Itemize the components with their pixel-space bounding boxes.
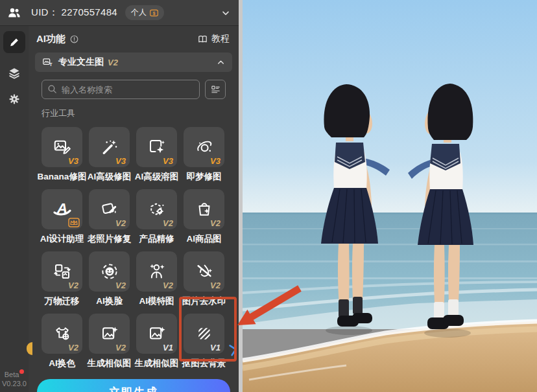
tool-label: AI商品图 bbox=[176, 233, 232, 245]
group-label: 行业工具 bbox=[42, 108, 239, 119]
version-badge: V3 bbox=[68, 156, 78, 166]
tool-generate-similar-v2[interactable]: V2 生成相似图 bbox=[89, 314, 130, 369]
tool-cutout-remove-background[interactable]: V1 抠图去背景 bbox=[184, 314, 224, 369]
tool-jimeng-retouch[interactable]: V3 即梦修图 bbox=[184, 127, 224, 183]
account-type-badge[interactable]: 个人 $ bbox=[125, 5, 164, 20]
mode-selector-version: V2 bbox=[108, 58, 118, 67]
recolor-shirt-icon bbox=[53, 324, 72, 343]
mode-selector-label: 专业文生图 bbox=[58, 56, 104, 68]
tool-product-refine[interactable]: V2 产品精修 bbox=[136, 189, 177, 245]
tool-old-photo-restore[interactable]: V2 老照片修复 bbox=[89, 189, 130, 245]
shopping-bag-icon bbox=[195, 200, 214, 219]
version-badge: V2 bbox=[210, 281, 221, 290]
pencil-icon bbox=[8, 36, 21, 49]
tools-grid: V3 Banana修图 V3 AI高级修图 bbox=[42, 127, 239, 369]
version-badge: V2 bbox=[115, 218, 126, 228]
version-label: V0.23.0 bbox=[0, 379, 29, 388]
layers-button[interactable] bbox=[3, 62, 25, 84]
version-badge: V2 bbox=[115, 281, 126, 290]
layers-icon bbox=[7, 66, 21, 80]
text-to-image-icon: T bbox=[42, 56, 54, 69]
tool-label: 即梦修图 bbox=[176, 171, 232, 183]
tool-ai-design-assistant[interactable]: A $ AI设计助理 bbox=[42, 189, 82, 245]
chevron-up-icon bbox=[216, 58, 226, 67]
tutorial-button[interactable]: 教程 bbox=[197, 33, 230, 45]
beta-dot bbox=[19, 369, 24, 374]
generate-button[interactable]: 立即生成 bbox=[37, 379, 230, 392]
peek-yellow-icon bbox=[27, 342, 32, 355]
vip-crown-icon: $ bbox=[150, 9, 158, 17]
version-badge: V1 bbox=[163, 343, 173, 352]
topbar: UID： 2270557484 个人 $ bbox=[0, 0, 239, 26]
dream-planet-icon bbox=[195, 137, 214, 157]
tool-generate-similar-v1[interactable]: V1 生成相似图 bbox=[136, 314, 177, 369]
search-input[interactable] bbox=[42, 80, 200, 99]
tool-banana-retouch[interactable]: V3 Banana修图 bbox=[42, 127, 82, 183]
list-view-icon bbox=[210, 84, 221, 95]
tool-ai-product-image[interactable]: V2 AI商品图 bbox=[184, 189, 224, 245]
tool-ai-face-swap[interactable]: V2 AI换脸 bbox=[89, 251, 130, 307]
version-badge: V1 bbox=[210, 343, 221, 352]
panel-header: AI功能 教程 bbox=[36, 32, 230, 46]
app-window: UID： 2270557484 个人 $ bbox=[0, 0, 537, 392]
similar-image-icon bbox=[147, 324, 167, 343]
version-badge: V2 bbox=[163, 281, 173, 290]
search-row bbox=[42, 80, 226, 99]
tutorial-label: 教程 bbox=[211, 33, 230, 45]
tool-label: 抠图去背景 bbox=[176, 358, 232, 369]
svg-text:T: T bbox=[49, 62, 53, 67]
gear-icon bbox=[8, 93, 21, 106]
info-icon[interactable] bbox=[69, 34, 79, 44]
version-badge: V2 bbox=[163, 218, 173, 228]
account-icon-cell[interactable] bbox=[0, 5, 29, 21]
version-info: Beta V0.23.0 bbox=[0, 369, 29, 388]
tools-panel: AI功能 教程 T 专业文生图 V2 bbox=[29, 26, 239, 392]
tool-object-transfer[interactable]: V2 万物迁移 bbox=[42, 251, 82, 307]
users-icon bbox=[6, 5, 22, 21]
mode-selector[interactable]: T 专业文生图 V2 bbox=[35, 52, 232, 72]
tool-label: 图片去水印 bbox=[176, 295, 232, 307]
left-rail: Beta V0.23.0 bbox=[0, 26, 29, 392]
paid-crown-badge: $ bbox=[68, 218, 80, 227]
version-badge: V2 bbox=[115, 343, 126, 352]
search-box bbox=[42, 80, 200, 99]
version-badge: V3 bbox=[115, 156, 126, 166]
image-blend-icon bbox=[147, 137, 167, 157]
version-badge: V3 bbox=[163, 156, 173, 166]
version-badge: V2 bbox=[68, 281, 78, 290]
magic-wand-icon bbox=[100, 137, 119, 157]
search-icon bbox=[47, 84, 58, 95]
model-person-icon bbox=[147, 262, 167, 281]
version-badge: V2 bbox=[210, 218, 221, 228]
uid-label: UID： 2270557484 bbox=[31, 6, 117, 19]
design-a-icon: A bbox=[51, 198, 73, 220]
book-icon bbox=[197, 34, 208, 45]
similar-image-icon bbox=[100, 324, 119, 343]
canvas-image bbox=[243, 0, 537, 392]
tool-ai-recolor[interactable]: V2 AI换色 bbox=[42, 314, 82, 369]
cutout-hatch-icon bbox=[195, 324, 214, 343]
beach-scene bbox=[243, 0, 537, 392]
panel-title: AI功能 bbox=[36, 33, 66, 45]
version-badge: V2 bbox=[68, 343, 78, 352]
face-swap-icon bbox=[100, 262, 119, 281]
product-refine-icon bbox=[147, 200, 167, 219]
watermark-remove-icon bbox=[195, 262, 214, 281]
layout-toggle-button[interactable] bbox=[205, 80, 226, 99]
tool-ai-advanced-blend[interactable]: V3 AI高级溶图 bbox=[136, 127, 177, 183]
tool-ai-model-image[interactable]: V2 AI模特图 bbox=[136, 251, 177, 307]
beta-label: Beta bbox=[5, 371, 19, 378]
account-chevron-down-icon[interactable] bbox=[221, 8, 231, 18]
version-badge: V3 bbox=[210, 156, 221, 166]
tool-watermark-remove[interactable]: V2 图片去水印 bbox=[184, 251, 224, 307]
account-badge-label: 个人 bbox=[131, 7, 147, 18]
settings-button[interactable] bbox=[3, 88, 25, 110]
svg-text:$: $ bbox=[153, 10, 156, 16]
transfer-icon bbox=[53, 262, 72, 281]
tool-ai-advanced-retouch[interactable]: V3 AI高级修图 bbox=[89, 127, 130, 183]
edit-tool-button[interactable] bbox=[3, 31, 25, 53]
photo-restore-icon bbox=[100, 200, 119, 219]
image-edit-icon bbox=[53, 137, 72, 157]
